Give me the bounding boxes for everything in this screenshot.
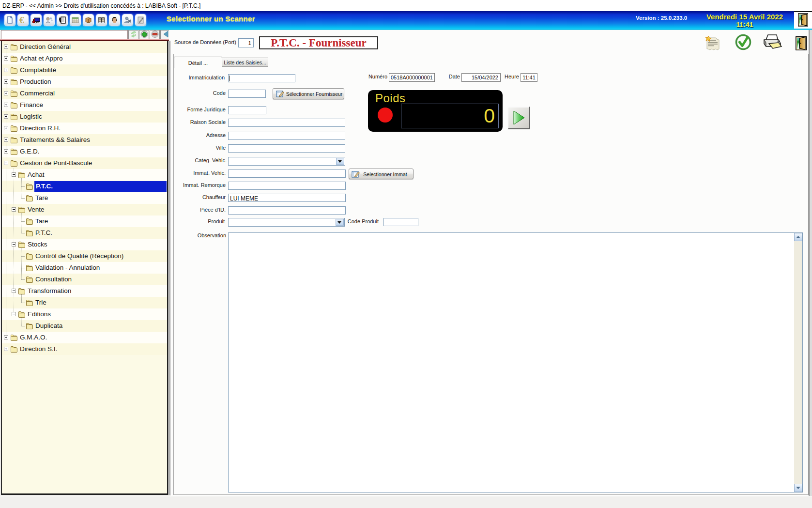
- svg-text:€: €: [19, 16, 24, 24]
